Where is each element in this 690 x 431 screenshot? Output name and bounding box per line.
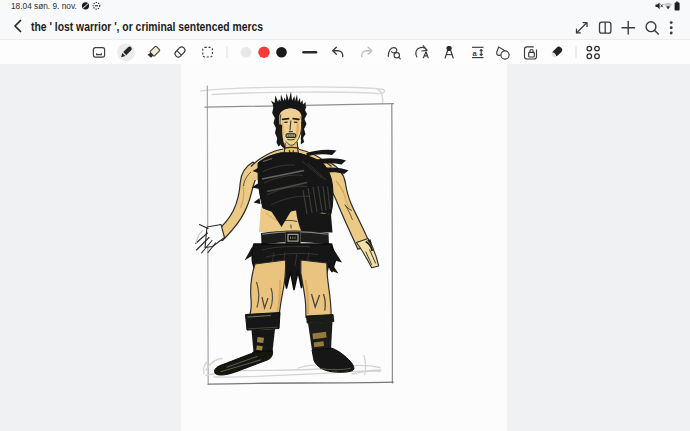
- svg-text:søn. 9. nov.: søn. 9. nov.: [34, 1, 77, 11]
- svg-text:18.04: 18.04: [11, 1, 32, 11]
- svg-text:the ' lost warrior ', or crimi: the ' lost warrior ', or criminal senten…: [31, 20, 263, 34]
